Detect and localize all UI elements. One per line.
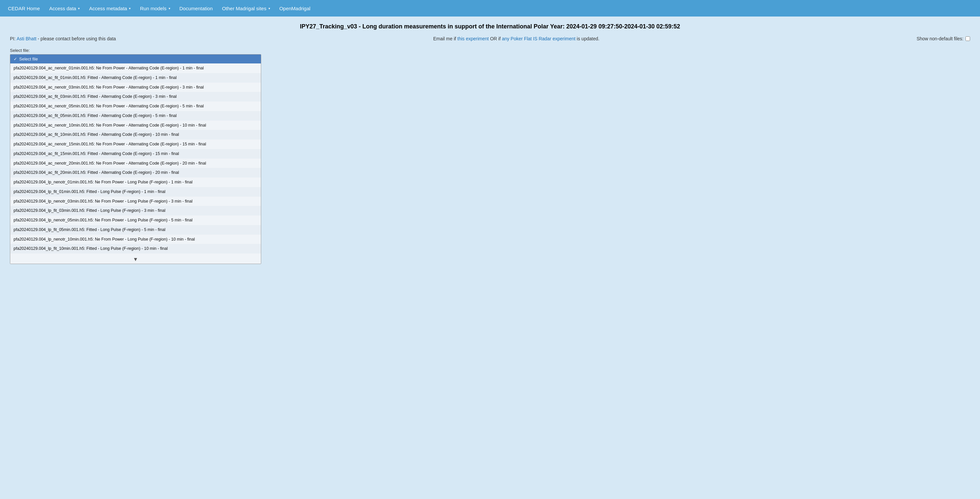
dropdown-arrow[interactable]: ▼: [10, 255, 261, 264]
pi-name-link[interactable]: Asti Bhatt: [16, 36, 37, 41]
list-item[interactable]: pfa20240129.004_ac_nenotr_15min.001.h5: …: [10, 140, 261, 149]
nav-item-other-madrigal[interactable]: Other Madrigal sites▾: [217, 0, 274, 16]
email-prefix: Email me if: [433, 36, 457, 41]
show-nondefault-label: Show non-default files:: [916, 36, 970, 41]
list-item[interactable]: pfa20240129.004_lp_nenotr_01min.001.h5: …: [10, 178, 261, 187]
list-item[interactable]: pfa20240129.004_ac_nenotr_03min.001.h5: …: [10, 83, 261, 92]
selected-file-text: Select file: [19, 57, 38, 62]
list-item[interactable]: pfa20240129.004_lp_fit_01min.001.h5: Fit…: [10, 187, 261, 197]
file-dropdown: ✓ Select file pfa20240129.004_ac_nenotr_…: [10, 54, 261, 264]
show-nondefault-text: Show non-default files:: [916, 36, 964, 41]
list-item[interactable]: pfa20240129.004_ac_nenotr_05min.001.h5: …: [10, 102, 261, 111]
poker-flat-link[interactable]: any Poker Flat IS Radar experiment: [502, 36, 576, 41]
list-item[interactable]: pfa20240129.004_ac_fit_05min.001.h5: Fit…: [10, 111, 261, 121]
nav-arrow-other-madrigal: ▾: [269, 6, 270, 10]
nav-item-run-models[interactable]: Run models▾: [135, 0, 175, 16]
navbar: CEDAR HomeAccess data▾Access metadata▾Ru…: [0, 0, 980, 16]
list-item[interactable]: pfa20240129.004_ac_fit_20min.001.h5: Fit…: [10, 168, 261, 178]
show-nondefault-container: Show non-default files:: [916, 36, 970, 41]
list-item[interactable]: pfa20240129.004_lp_nenotr_10min.001.h5: …: [10, 235, 261, 244]
list-item[interactable]: pfa20240129.004_ac_fit_10min.001.h5: Fit…: [10, 130, 261, 140]
selected-file-item[interactable]: ✓ Select file: [10, 54, 261, 64]
list-item[interactable]: pfa20240129.004_ac_fit_15min.001.h5: Fit…: [10, 149, 261, 159]
email-suffix: is updated.: [577, 36, 600, 41]
list-item[interactable]: pfa20240129.004_lp_fit_03min.001.h5: Fit…: [10, 206, 261, 216]
email-mid: OR if: [490, 36, 502, 41]
show-nondefault-checkbox[interactable]: [966, 37, 970, 41]
pi-info: PI: Asti Bhatt - please contact before u…: [10, 36, 116, 41]
list-item[interactable]: pfa20240129.004_lp_fit_10min.001.h5: Fit…: [10, 244, 261, 253]
list-item[interactable]: pfa20240129.004_lp_fit_05min.001.h5: Fit…: [10, 225, 261, 235]
list-item[interactable]: pfa20240129.004_ac_fit_03min.001.h5: Fit…: [10, 92, 261, 102]
nav-item-access-data[interactable]: Access data▾: [45, 0, 84, 16]
chevron-down-icon: ▼: [133, 256, 138, 262]
pi-row: PI: Asti Bhatt - please contact before u…: [10, 36, 970, 41]
pi-suffix: - please contact before using this data: [38, 36, 116, 41]
list-item[interactable]: pfa20240129.004_ac_nenotr_20min.001.h5: …: [10, 159, 261, 168]
file-list: pfa20240129.004_ac_nenotr_01min.001.h5: …: [10, 64, 261, 255]
list-item[interactable]: pfa20240129.004_lp_nenotr_05min.001.h5: …: [10, 216, 261, 225]
main-content: IPY27_Tracking_v03 - Long duration measu…: [0, 16, 980, 271]
list-item[interactable]: pfa20240129.004_ac_nenotr_01min.001.h5: …: [10, 64, 261, 73]
checkmark-icon: ✓: [14, 57, 17, 62]
nav-item-cedar-home[interactable]: CEDAR Home: [3, 0, 45, 16]
nav-item-openmadrigal[interactable]: OpenMadrigal: [275, 0, 315, 16]
list-item[interactable]: pfa20240129.004_lp_nenotr_03min.001.h5: …: [10, 197, 261, 206]
this-experiment-link[interactable]: this experiment: [457, 36, 489, 41]
list-item[interactable]: pfa20240129.004_ac_nenotr_10min.001.h5: …: [10, 121, 261, 130]
nav-arrow-access-metadata: ▾: [129, 6, 130, 10]
page-title: IPY27_Tracking_v03 - Long duration measu…: [10, 23, 970, 30]
nav-item-documentation[interactable]: Documentation: [175, 0, 218, 16]
nav-arrow-run-models: ▾: [169, 6, 170, 10]
list-item[interactable]: pfa20240129.004_ac_fit_01min.001.h5: Fit…: [10, 73, 261, 83]
select-file-label: Select file:: [10, 48, 970, 53]
nav-item-access-metadata[interactable]: Access metadata▾: [84, 0, 135, 16]
nav-arrow-access-data: ▾: [78, 6, 80, 10]
pi-label: PI:: [10, 36, 16, 41]
email-notification: Email me if this experiment OR if any Po…: [116, 36, 917, 41]
